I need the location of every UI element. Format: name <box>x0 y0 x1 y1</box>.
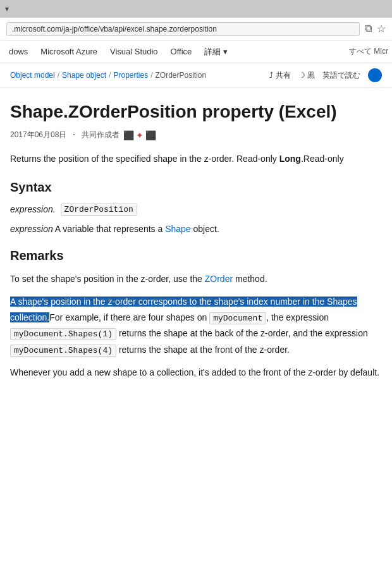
remarks-p1-end: method. <box>233 274 267 284</box>
address-bar-icons: ⧉ ☆ <box>365 23 386 35</box>
example-text-4: returns the shape at the front of the z-… <box>116 345 290 355</box>
breadcrumb-actions: ⤴ 共有 ☽ 黒 英語で読む <box>269 68 382 82</box>
browser-top-bar: ▾ <box>0 0 392 18</box>
nav-bar: dows Microsoft Azure Visual Studio Offic… <box>0 40 392 63</box>
example-text-1: For example, if there are four shapes on <box>49 312 209 322</box>
nav-item-more[interactable]: 詳細 ▾ <box>198 40 234 63</box>
last-paragraph: Whenever you add a new shape to a collec… <box>10 365 382 379</box>
syntax-desc-end: object. <box>191 224 219 234</box>
read-english-action[interactable]: 英語で読む <box>322 70 360 81</box>
dark-label[interactable]: 黒 <box>307 71 315 80</box>
address-bar: .microsoft.com/ja-jp/office/vba/api/exce… <box>0 18 392 40</box>
nav-item-vs[interactable]: Visual Studio <box>104 40 164 63</box>
shape-link[interactable]: Shape <box>165 224 190 234</box>
zorder-link[interactable]: ZOrder <box>205 274 233 284</box>
meta-icons: ⬛ ✦ ⬛ <box>123 130 156 140</box>
syntax-desc-italic: expression <box>10 224 53 234</box>
description-suffix: .Read-only <box>301 154 344 164</box>
page-title: Shape.ZOrderPosition property (Excel) <box>10 101 382 123</box>
dark-mode-action[interactable]: ☽ 黒 <box>298 70 315 81</box>
remarks-section: To set the shape's position in the z-ord… <box>10 272 382 379</box>
breadcrumb-shape-object[interactable]: Shape object <box>62 71 106 80</box>
syntax-heading: Syntax <box>10 180 382 195</box>
meta-date: 2017年06月08日 <box>10 130 66 140</box>
sep-3: / <box>150 71 152 80</box>
office-icon-3: ⬛ <box>145 130 156 140</box>
example-code-1: myDocument <box>209 312 266 324</box>
user-avatar[interactable] <box>368 68 382 82</box>
url-bar[interactable]: .microsoft.com/ja-jp/office/vba/api/exce… <box>6 22 360 36</box>
meta-line: 2017年06月08日 ・ 共同作成者 ⬛ ✦ ⬛ <box>10 130 382 140</box>
syntax-code: ZOrderPosition <box>61 204 137 216</box>
remarks-p1-text: To set the shape's position in the z-ord… <box>10 274 205 284</box>
breadcrumb: Object model / Shape object / Properties… <box>0 63 392 88</box>
syntax-desc-text: A variable that represents a <box>53 224 165 234</box>
syntax-description: expression A variable that represents a … <box>10 222 382 236</box>
breadcrumb-current: ZOrderPosition <box>156 71 207 80</box>
main-content: Shape.ZOrderPosition property (Excel) 20… <box>0 88 392 408</box>
breadcrumb-object-model[interactable]: Object model <box>10 71 55 80</box>
example-code-2: myDocument.Shapes(1) <box>10 328 116 340</box>
nav-item-azure[interactable]: Microsoft Azure <box>34 40 104 63</box>
syntax-expression: expression. <box>10 204 56 214</box>
office-icon-2: ✦ <box>136 130 144 140</box>
example-code-3: myDocument.Shapes(4) <box>10 345 116 357</box>
breadcrumb-properties[interactable]: Properties <box>113 71 148 80</box>
nav-right: すべて Micr <box>349 46 392 57</box>
highlighted-paragraph: A shape's position in the z-order corres… <box>10 294 382 358</box>
description-text: Returns the position of the specified sh… <box>10 154 279 164</box>
star-icon[interactable]: ☆ <box>377 23 386 35</box>
share-label[interactable]: 共有 <box>276 71 291 80</box>
share-icon: ⤴ <box>269 71 273 80</box>
meta-contributors: 共同作成者 <box>82 130 119 140</box>
moon-icon: ☽ <box>298 71 305 80</box>
sep-1: / <box>58 71 59 80</box>
remarks-p1: To set the shape's position in the z-ord… <box>10 272 382 286</box>
share-action[interactable]: ⤴ 共有 <box>269 70 290 81</box>
example-text-3: returns the shape at the back of the z-o… <box>116 328 368 338</box>
description: Returns the position of the specified sh… <box>10 152 382 166</box>
sep-2: / <box>109 71 111 80</box>
meta-sep: ・ <box>70 130 78 140</box>
nav-item-office[interactable]: Office <box>164 40 199 63</box>
description-bold: Long <box>279 154 301 164</box>
syntax-block: expression. ZOrderPosition expression A … <box>10 204 382 236</box>
tab-icon[interactable]: ⧉ <box>365 23 372 35</box>
syntax-line: expression. ZOrderPosition <box>10 204 382 216</box>
chevron-icon[interactable]: ▾ <box>5 4 9 13</box>
nav-item-windows[interactable]: dows <box>3 40 34 63</box>
remarks-heading: Remarks <box>10 248 382 263</box>
office-icon-1: ⬛ <box>123 130 134 140</box>
example-text-2: , the expression <box>266 312 329 322</box>
